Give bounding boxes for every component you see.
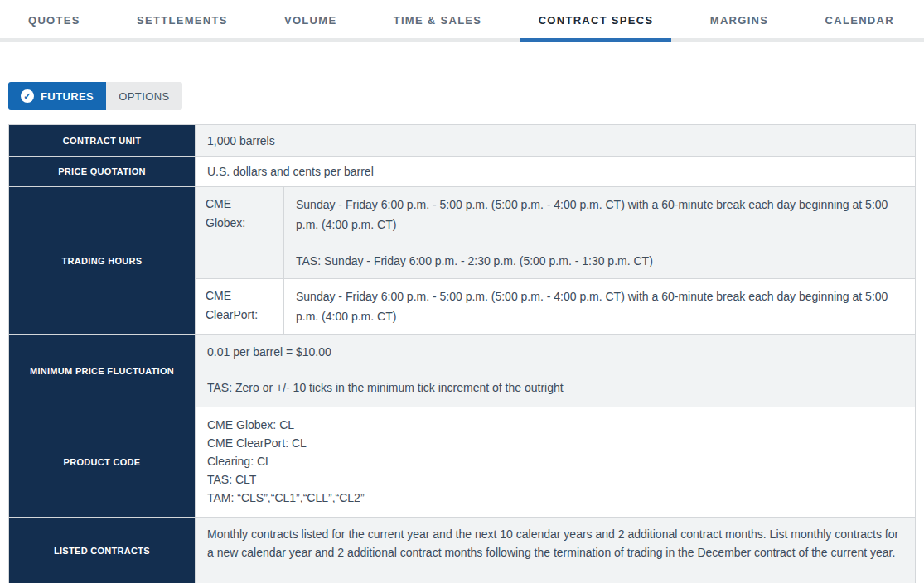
- trading-hours-clearport-subrow: CME ClearPort: Sunday - Friday 6:00 p.m.…: [196, 278, 915, 334]
- tab-margins[interactable]: MARGINS: [692, 0, 787, 38]
- venue-hours: Sunday - Friday 6:00 p.m. - 5:00 p.m. (5…: [284, 187, 915, 278]
- row-label: PRICE QUOTATION: [9, 157, 196, 186]
- table-row-price-quotation: PRICE QUOTATION U.S. dollars and cents p…: [9, 156, 915, 186]
- value-line: 0.01 per barrel = $10.00: [207, 343, 903, 361]
- table-row-contract-unit: CONTRACT UNIT 1,000 barrels: [9, 125, 915, 156]
- value-line: CME Globex: CL: [207, 416, 903, 434]
- product-tab-bar: QUOTES SETTLEMENTS VOLUME TIME & SALES C…: [0, 0, 924, 42]
- row-value: CME Globex: CL CME ClearPort: CL Clearin…: [196, 407, 915, 517]
- table-row-trading-hours: TRADING HOURS CME Globex: Sunday - Frida…: [9, 186, 915, 334]
- hours-line: Sunday - Friday 6:00 p.m. - 5:00 p.m. (5…: [296, 195, 903, 234]
- row-value: Monthly contracts listed for the current…: [196, 518, 915, 583]
- table-row-product-code: PRODUCT CODE CME Globex: CL CME ClearPor…: [9, 407, 915, 517]
- table-row-listed-contracts: LISTED CONTRACTS Monthly contracts liste…: [9, 517, 915, 583]
- row-label: CONTRACT UNIT: [9, 125, 196, 156]
- venue-label: CME Globex:: [196, 187, 284, 278]
- tab-contract-specs[interactable]: CONTRACT SPECS: [520, 0, 672, 38]
- venue-label: CME ClearPort:: [196, 279, 284, 334]
- value-line: Clearing: CL: [207, 452, 903, 470]
- options-toggle-label: OPTIONS: [119, 90, 169, 103]
- check-circle-icon: ✓: [21, 89, 34, 103]
- row-label: TRADING HOURS: [9, 187, 196, 334]
- futures-toggle-label: FUTURES: [41, 90, 94, 103]
- table-row-minimum-price-fluctuation: MINIMUM PRICE FLUCTUATION 0.01 per barre…: [9, 334, 915, 407]
- instrument-toggle: ✓ FUTURES OPTIONS: [8, 82, 924, 110]
- tab-settlements[interactable]: SETTLEMENTS: [119, 0, 246, 38]
- row-value: U.S. dollars and cents per barrel: [196, 157, 915, 186]
- tab-time-and-sales[interactable]: TIME & SALES: [375, 0, 501, 38]
- options-toggle-button[interactable]: OPTIONS: [106, 82, 181, 110]
- tab-quotes[interactable]: QUOTES: [10, 0, 99, 38]
- value-line: CME ClearPort: CL: [207, 434, 903, 452]
- hours-line: TAS: Sunday - Friday 6:00 p.m. - 2:30 p.…: [296, 251, 903, 271]
- row-label: MINIMUM PRICE FLUCTUATION: [9, 335, 196, 407]
- value-line: TAM: “CLS”,“CL1”,“CLL”,“CL2”: [207, 489, 903, 507]
- value-line: TAS: CLT: [207, 470, 903, 489]
- row-value: 1,000 barrels: [196, 125, 915, 156]
- row-value: 0.01 per barrel = $10.00 TAS: Zero or +/…: [196, 335, 915, 407]
- row-label: PRODUCT CODE: [9, 407, 196, 517]
- venue-hours: Sunday - Friday 6:00 p.m. - 5:00 p.m. (5…: [284, 279, 915, 334]
- hours-line: Sunday - Friday 6:00 p.m. - 5:00 p.m. (5…: [296, 287, 903, 326]
- tab-volume[interactable]: VOLUME: [266, 0, 355, 38]
- trading-hours-globex-subrow: CME Globex: Sunday - Friday 6:00 p.m. - …: [196, 187, 915, 278]
- contract-specs-table: CONTRACT UNIT 1,000 barrels PRICE QUOTAT…: [8, 124, 916, 583]
- row-label: LISTED CONTRACTS: [9, 518, 196, 583]
- futures-toggle-button[interactable]: ✓ FUTURES: [8, 82, 106, 110]
- tab-calendar[interactable]: CALENDAR: [807, 0, 912, 38]
- value-line: TAS: Zero or +/- 10 ticks in the minimum…: [207, 378, 903, 397]
